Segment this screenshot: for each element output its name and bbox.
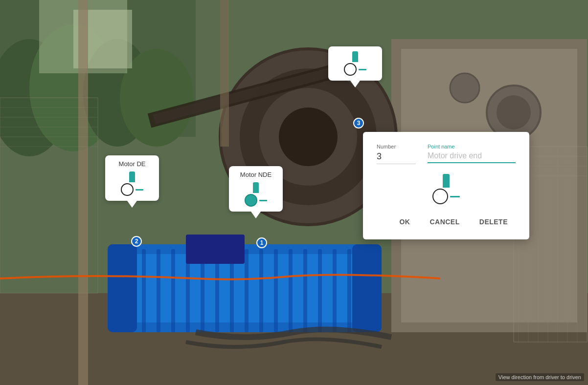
name-field-group: Point name (428, 144, 516, 164)
svg-rect-30 (245, 249, 249, 332)
svg-point-17 (279, 107, 338, 166)
number-label: Number (377, 144, 416, 150)
svg-rect-32 (274, 249, 278, 332)
svg-rect-39 (108, 244, 137, 332)
ok-button[interactable]: OK (391, 214, 418, 230)
cancel-button[interactable]: CANCEL (422, 214, 467, 230)
point-name-label: Point name (428, 144, 516, 150)
svg-rect-35 (318, 249, 322, 332)
point-popup-1[interactable]: Motor NDE (229, 166, 283, 212)
svg-rect-31 (259, 249, 263, 332)
svg-rect-23 (142, 249, 146, 332)
svg-rect-24 (157, 249, 160, 332)
svg-rect-34 (303, 249, 307, 332)
svg-rect-36 (333, 249, 337, 332)
point-label-2: Motor DE (119, 160, 146, 168)
point-popup-3[interactable] (328, 46, 382, 81)
svg-rect-37 (347, 249, 351, 332)
point-name-input[interactable] (428, 151, 516, 163)
number-value: 3 (377, 151, 416, 164)
delete-button[interactable]: DELETE (472, 214, 516, 230)
svg-rect-43 (220, 0, 229, 147)
svg-rect-41 (186, 235, 245, 264)
svg-rect-25 (171, 249, 175, 332)
dialog-sensor-preview (377, 174, 516, 204)
sensor-icon-2 (121, 171, 143, 196)
watermark: View direction from driver to driven (496, 373, 584, 381)
dialog-sensor-icon (432, 174, 460, 204)
point-label-1: Motor NDE (240, 171, 271, 178)
number-field-group: Number 3 (377, 144, 416, 164)
edit-dialog: Number 3 Point name OK CANCEL DELETE (363, 132, 529, 239)
point-popup-2[interactable]: Motor DE (105, 155, 159, 201)
svg-rect-33 (289, 249, 293, 332)
point-badge-3[interactable]: 3 (353, 118, 364, 128)
svg-rect-42 (78, 0, 88, 385)
svg-point-12 (497, 95, 531, 129)
svg-point-13 (450, 73, 479, 103)
point-badge-2[interactable]: 2 (131, 236, 142, 247)
dialog-actions: OK CANCEL DELETE (377, 214, 516, 230)
svg-rect-40 (352, 244, 382, 332)
dialog-fields: Number 3 Point name (377, 144, 516, 164)
sensor-icon-1 (245, 182, 267, 207)
point-badge-1[interactable]: 1 (256, 237, 267, 248)
sensor-icon-3 (344, 51, 366, 76)
